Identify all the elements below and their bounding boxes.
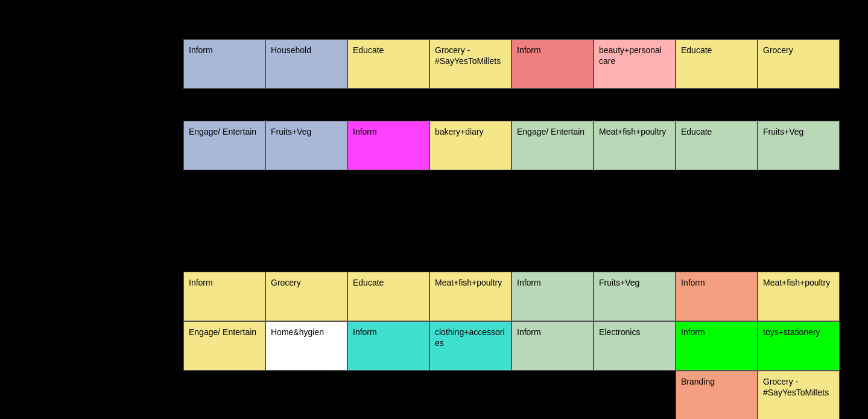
grid-cell: Inform	[183, 39, 265, 89]
grid-cell: Inform	[347, 321, 429, 371]
grid-cell: Fruits+Veg	[758, 121, 840, 170]
cell-label: Meat+fish+poultry	[435, 277, 502, 288]
cell-label: Inform	[517, 45, 541, 56]
grid-cell	[594, 371, 676, 419]
cell-label: Engage/ Entertain	[189, 327, 256, 337]
grid-cell: Educate	[676, 121, 758, 170]
grid-cell: Inform	[512, 321, 594, 371]
grid-cell: Inform	[676, 272, 758, 321]
cell-label: Inform	[681, 277, 705, 288]
cell-label: Inform	[189, 277, 213, 288]
row-group-3: InformGroceryEducateMeat+fish+poultryInf…	[183, 272, 840, 419]
cell-label: Educate	[353, 277, 384, 288]
grid-cell: Electronics	[594, 321, 676, 371]
cell-label: bakery+diary	[435, 126, 484, 137]
grid-cell: Inform	[512, 39, 594, 89]
cell-label: Meat+fish+poultry	[763, 277, 830, 288]
grid-cell: Educate	[347, 272, 429, 321]
cell-label: Branding	[681, 376, 715, 387]
cell-label: Fruits+Veg	[763, 126, 803, 137]
grid-cell: Inform	[347, 121, 429, 170]
grid-cell: Fruits+Veg	[594, 272, 676, 321]
row-group-2: Engage/ EntertainFruits+VegInformbakery+…	[183, 121, 840, 170]
grid-cell: Grocery - #SayYesToMillets	[758, 371, 840, 419]
cell-label: Educate	[681, 126, 712, 137]
cell-label: Inform	[353, 327, 377, 337]
grid-cell: Household	[265, 39, 347, 89]
grid-cell: Fruits+Veg	[265, 121, 347, 170]
cell-label: Inform	[353, 126, 377, 137]
cell-label: Fruits+Veg	[271, 126, 311, 137]
cell-label: Grocery - #SayYesToMillets	[763, 376, 834, 398]
grid-cell: Educate	[347, 39, 429, 89]
grid-cell: beauty+personal care	[594, 39, 676, 89]
cell-label: Inform	[517, 277, 541, 288]
cell-label: Educate	[681, 45, 712, 56]
grid-cell: Grocery	[265, 272, 347, 321]
grid-cell: Engage/ Entertain	[183, 121, 265, 170]
grid-cell: Educate	[676, 39, 758, 89]
grid-cell: Inform	[183, 272, 265, 321]
grid-cell: Inform	[512, 272, 594, 321]
cell-label: Grocery	[271, 277, 301, 288]
cell-label: Educate	[353, 45, 384, 56]
cell-label: toys+stationery	[763, 327, 820, 337]
grid-cell: clothing+accessories	[429, 321, 512, 371]
grid-cell	[347, 371, 429, 419]
grid-cell: Grocery	[758, 39, 840, 89]
cell-label: Household	[271, 45, 311, 56]
grid-cell	[265, 371, 347, 419]
cell-label: Engage/ Entertain	[189, 126, 256, 137]
grid-cell: bakery+diary	[429, 121, 512, 170]
row-group-3-row1: InformGroceryEducateMeat+fish+poultryInf…	[183, 272, 840, 321]
row-group-3-row2: Engage/ EntertainHome&hygienInformclothi…	[183, 321, 840, 371]
grid-cell: Home&hygien	[265, 321, 347, 371]
grid-cell: Engage/ Entertain	[512, 121, 594, 170]
cell-label: Inform	[517, 327, 541, 337]
cell-label: clothing+accessories	[435, 327, 506, 348]
cell-label: Inform	[681, 327, 705, 337]
cell-label: Home&hygien	[271, 327, 324, 337]
cell-label: Engage/ Entertain	[517, 126, 584, 137]
grid-cell: Engage/ Entertain	[183, 321, 265, 371]
grid-cell	[512, 371, 594, 419]
cell-label: Meat+fish+poultry	[599, 126, 666, 137]
cell-label: beauty+personal care	[599, 45, 670, 66]
row-group-1: InformHouseholdEducateGrocery - #SayYesT…	[183, 39, 840, 89]
row-group-3-row3: BrandingGrocery - #SayYesToMillets	[183, 371, 840, 419]
cell-label: Electronics	[599, 327, 640, 337]
grid-cell: toys+stationery	[758, 321, 840, 371]
grid-cell	[429, 371, 512, 419]
grid-cell: Grocery - #SayYesToMillets	[429, 39, 512, 89]
grid-cell: Branding	[676, 371, 758, 419]
grid-cell: Inform	[676, 321, 758, 371]
cell-label: Inform	[189, 45, 213, 56]
grid-cell: Meat+fish+poultry	[429, 272, 512, 321]
grid-cell: Meat+fish+poultry	[758, 272, 840, 321]
cell-label: Grocery	[763, 45, 793, 56]
cell-label: Fruits+Veg	[599, 277, 639, 288]
grid-cell: Meat+fish+poultry	[594, 121, 676, 170]
grid-cell	[183, 371, 265, 419]
cell-label: Grocery - #SayYesToMillets	[435, 45, 506, 66]
